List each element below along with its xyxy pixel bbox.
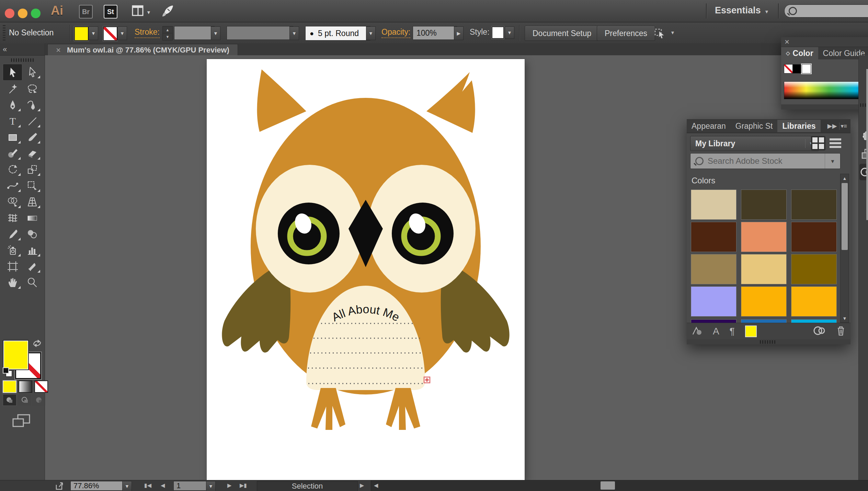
slice-tool[interactable] (22, 258, 42, 274)
stock-app-icon[interactable]: St (104, 5, 117, 19)
library-color-swatch[interactable] (691, 286, 736, 317)
last-artboard-icon[interactable]: ▶▮ (240, 482, 247, 489)
color-mode-button[interactable] (3, 380, 16, 393)
swap-fill-stroke-icon[interactable] (32, 339, 43, 350)
library-color-swatch[interactable] (791, 254, 837, 284)
owl-left-foot[interactable] (311, 388, 345, 430)
document-setup-button[interactable]: Document Setup (525, 26, 599, 41)
eraser-tool[interactable] (22, 145, 42, 161)
stroke-color-caret-icon[interactable]: ▼ (117, 26, 127, 40)
tab-graphic-styles[interactable]: Graphic St (731, 120, 778, 132)
library-color-swatch[interactable] (691, 222, 736, 252)
library-color-swatch[interactable] (791, 222, 837, 252)
artboard-number-field[interactable]: 1 (173, 481, 211, 491)
type-tool[interactable]: T (3, 113, 22, 129)
control-bar-grip[interactable] (3, 25, 5, 41)
canvas-vertical-scrollbar[interactable] (866, 69, 868, 220)
color-none-swatch[interactable] (784, 64, 793, 73)
column-graph-tool[interactable] (22, 242, 42, 258)
pen-tool[interactable] (3, 97, 22, 113)
screen-mode-icon[interactable] (12, 413, 31, 430)
isolate-caret-icon[interactable]: ▼ (670, 30, 675, 35)
library-color-swatch[interactable] (691, 319, 736, 323)
status-indicator[interactable]: Selection (257, 481, 358, 491)
gradient-tool[interactable] (22, 210, 42, 226)
fill-color-swatch[interactable] (74, 26, 89, 41)
style-swatch[interactable] (492, 26, 504, 39)
export-artboard-icon[interactable] (55, 481, 65, 491)
rotate-tool[interactable] (3, 161, 22, 178)
panel-expand-icon[interactable]: ▶▶ (825, 122, 839, 130)
fill-color-caret-icon[interactable]: ▼ (89, 26, 98, 40)
add-graphic-icon[interactable] (692, 326, 703, 337)
artboard[interactable]: All About Me (207, 59, 525, 480)
stroke-color-swatch[interactable] (103, 26, 117, 41)
mesh-tool[interactable] (3, 210, 22, 226)
gpu-performance-rocket-icon[interactable] (161, 4, 174, 19)
shaper-tool[interactable] (3, 145, 22, 161)
library-color-swatch[interactable] (741, 319, 787, 323)
scroll-up-icon[interactable]: ▲ (841, 174, 849, 182)
text-overflow-indicator-icon[interactable] (424, 377, 430, 383)
opacity-panel-link[interactable]: Opacity: (381, 27, 410, 38)
list-view-button[interactable] (828, 136, 843, 150)
delete-item-icon[interactable] (836, 325, 846, 338)
tab-libraries[interactable]: Libraries (777, 120, 820, 132)
first-artboard-icon[interactable]: ▮◀ (144, 482, 151, 489)
library-selector[interactable]: My Library ▼ (690, 136, 819, 151)
add-paragraph-style-icon[interactable]: ¶ (730, 326, 735, 337)
library-color-swatch[interactable] (741, 222, 787, 252)
window-zoom-button[interactable] (31, 9, 41, 18)
width-tool[interactable] (3, 178, 22, 194)
hand-tool[interactable] (3, 274, 22, 290)
color-panel-close-icon[interactable]: × (785, 38, 789, 45)
horizontal-scrollbar[interactable]: ◀ (371, 480, 868, 491)
stroke-panel-link[interactable]: Stroke: (135, 27, 160, 38)
library-color-swatch[interactable] (791, 190, 837, 220)
brush-definition-field[interactable]: ● 5 pt. Round (305, 26, 370, 41)
free-transform-tool[interactable] (22, 178, 42, 194)
window-minimize-button[interactable] (18, 9, 27, 18)
libraries-panel-menu-icon[interactable]: ▾≡ (839, 123, 850, 130)
rectangle-tool[interactable] (3, 129, 22, 145)
document-tab-close-icon[interactable]: × (56, 45, 61, 55)
scroll-down-icon[interactable]: ▼ (841, 314, 849, 322)
width-profile-caret-icon[interactable]: ▼ (289, 26, 299, 40)
window-close-button[interactable] (5, 9, 14, 18)
width-profile-field[interactable] (227, 26, 293, 40)
magic-wand-tool[interactable] (3, 81, 22, 97)
eyedropper-tool[interactable] (3, 226, 22, 242)
previous-artboard-icon[interactable]: ◀ (161, 482, 165, 489)
line-segment-tool[interactable] (22, 113, 42, 129)
arrange-documents-caret-icon[interactable]: ▼ (146, 10, 151, 15)
selection-tool[interactable] (3, 64, 22, 81)
zoom-level-field[interactable]: 77.86% (70, 481, 125, 491)
curvature-tool[interactable] (22, 97, 42, 113)
library-color-swatch[interactable] (691, 190, 736, 220)
zoom-level-caret-icon[interactable]: ▼ (122, 481, 132, 491)
workspace-caret-icon[interactable]: ▼ (764, 9, 769, 14)
lasso-tool[interactable] (22, 81, 42, 97)
color-white-swatch[interactable] (802, 64, 811, 73)
tab-appearance[interactable]: Appearan (687, 120, 731, 132)
library-color-swatch[interactable] (791, 286, 837, 317)
stroke-weight-caret-icon[interactable]: ▼ (211, 26, 220, 40)
stroke-weight-stepper[interactable]: ▲ ▼ (162, 26, 173, 41)
libraries-scrollbar[interactable]: ▲ ▼ (840, 174, 849, 323)
owl-right-foot[interactable] (386, 388, 420, 430)
zoom-tool[interactable] (22, 274, 42, 290)
grid-view-button[interactable] (811, 136, 825, 150)
scale-tool[interactable] (22, 161, 42, 178)
owl-left-ear-tuft[interactable] (257, 69, 306, 132)
gradient-mode-button[interactable] (19, 380, 32, 393)
draw-normal-button[interactable] (3, 394, 16, 406)
library-color-swatch[interactable] (741, 286, 787, 317)
horizontal-scrollbar-thumb[interactable] (601, 481, 615, 490)
symbol-sprayer-tool[interactable] (3, 242, 22, 258)
preferences-button[interactable]: Preferences (597, 26, 655, 41)
document-tab[interactable]: × Mum's owl.ai @ 77.86% (CMYK/GPU Previe… (47, 44, 238, 56)
stroke-weight-field[interactable] (174, 26, 215, 40)
artboard-tool[interactable] (3, 258, 22, 274)
none-mode-button[interactable] (34, 380, 48, 393)
draw-inside-button[interactable] (32, 395, 45, 406)
